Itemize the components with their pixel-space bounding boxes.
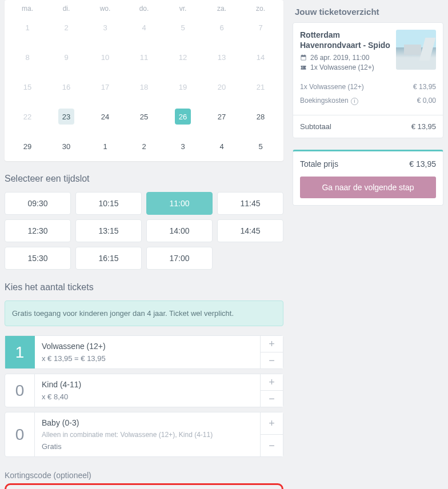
calendar-day[interactable]: 24 bbox=[86, 109, 125, 125]
calendar-day[interactable]: 29 bbox=[8, 138, 47, 154]
calendar-day: 4 bbox=[125, 19, 163, 35]
calendar-icon bbox=[300, 54, 307, 61]
calendar-day: 2 bbox=[47, 19, 86, 35]
calendar-day[interactable]: 26 bbox=[163, 109, 202, 125]
calendar: ma.di.wo.do.vr.za.zo. 123456789101112131… bbox=[5, 0, 283, 161]
summary-pax: 1x Volwassene (12+) bbox=[300, 63, 390, 71]
next-step-button[interactable]: Ga naar de volgende stap bbox=[300, 177, 436, 198]
calendar-day: 11 bbox=[125, 49, 163, 65]
calendar-day[interactable]: 5 bbox=[241, 138, 280, 154]
calendar-day[interactable]: 1 bbox=[86, 138, 125, 154]
ticket-increment-button[interactable]: + bbox=[260, 374, 283, 391]
calendar-day: 8 bbox=[8, 49, 47, 65]
calendar-day[interactable]: 2 bbox=[125, 138, 163, 154]
summary-line: Boekingskosteni€ 0,00 bbox=[300, 94, 436, 108]
coupon-label: Kortingscode (optioneel) bbox=[5, 471, 283, 480]
timeslot[interactable]: 14:00 bbox=[146, 219, 213, 242]
calendar-day: 1 bbox=[8, 19, 47, 35]
calendar-day: 6 bbox=[202, 19, 241, 35]
timeslot[interactable]: 17:00 bbox=[146, 247, 213, 270]
timeslot-heading: Selecteer een tijdslot bbox=[5, 174, 283, 184]
ticket-price: x € 8,40 bbox=[42, 392, 253, 401]
summary-image bbox=[396, 30, 436, 70]
calendar-day: 12 bbox=[163, 49, 202, 65]
ticket-row: 1Volwassene (12+)x € 13,95 = € 13,95+− bbox=[5, 335, 283, 369]
calendar-day[interactable]: 28 bbox=[241, 109, 280, 125]
calendar-day: 7 bbox=[241, 19, 280, 35]
ticket-decrement-button[interactable]: − bbox=[260, 435, 283, 456]
timeslot[interactable]: 13:15 bbox=[75, 219, 142, 242]
calendar-day: 14 bbox=[241, 49, 280, 65]
weekday-label: di. bbox=[47, 0, 86, 19]
tickets-heading: Kies het aantal tickets bbox=[5, 282, 283, 292]
summary-line: 1x Volwassene (12+)€ 13,95 bbox=[300, 80, 436, 94]
info-icon[interactable]: i bbox=[351, 98, 358, 105]
calendar-day: 13 bbox=[202, 49, 241, 65]
calendar-day[interactable]: 4 bbox=[202, 138, 241, 154]
ticket-qty: 1 bbox=[5, 336, 35, 368]
summary-date: 26 apr. 2019, 11:00 bbox=[300, 54, 390, 62]
summary-pricing: 1x Volwassene (12+)€ 13,95Boekingskosten… bbox=[293, 80, 443, 115]
calendar-day: 10 bbox=[86, 49, 125, 65]
calendar-day[interactable]: 30 bbox=[47, 138, 86, 154]
calendar-day: 15 bbox=[8, 79, 47, 95]
ticket-name: Kind (4-11) bbox=[42, 380, 253, 389]
timeslot[interactable]: 16:15 bbox=[75, 247, 142, 270]
summary-heading: Jouw ticketoverzicht bbox=[293, 0, 443, 22]
ticket-decrement-button[interactable]: − bbox=[260, 391, 283, 407]
weekday-label: do. bbox=[125, 0, 163, 19]
ticket-sub: Alleen in combinatie met: Volwassene (12… bbox=[42, 431, 253, 439]
ticket-increment-button[interactable]: + bbox=[260, 336, 283, 352]
calendar-day: 21 bbox=[241, 79, 280, 95]
coupon-highlight-box: + bbox=[5, 483, 283, 489]
ticket-increment-button[interactable]: + bbox=[260, 412, 283, 435]
ticket-list: 1Volwassene (12+)x € 13,95 = € 13,95+−0K… bbox=[5, 335, 283, 457]
weekday-label: wo. bbox=[86, 0, 125, 19]
timeslot[interactable]: 12:30 bbox=[5, 219, 71, 242]
calendar-day[interactable]: 23 bbox=[47, 109, 86, 125]
weekday-label: ma. bbox=[8, 0, 47, 19]
ticket-name: Volwassene (12+) bbox=[42, 342, 253, 351]
summary-subtotal: Subtotaal € 13,95 bbox=[293, 115, 443, 138]
summary-title: Rotterdam Havenrondvaart - Spido bbox=[300, 30, 390, 50]
weekday-label: zo. bbox=[241, 0, 280, 19]
timeslot[interactable]: 09:30 bbox=[5, 192, 71, 215]
calendar-day[interactable]: 3 bbox=[163, 138, 202, 154]
ticket-price: x € 13,95 = € 13,95 bbox=[42, 354, 253, 363]
calendar-day: 16 bbox=[47, 79, 86, 95]
ticket-qty: 0 bbox=[5, 374, 35, 407]
ticket-row: 0Kind (4-11)x € 8,40+− bbox=[5, 374, 283, 407]
calendar-day: 17 bbox=[86, 79, 125, 95]
calendar-day: 9 bbox=[47, 49, 86, 65]
calendar-weekdays: ma.di.wo.do.vr.za.zo. bbox=[8, 0, 280, 19]
calendar-day: 20 bbox=[202, 79, 241, 95]
timeslot[interactable]: 11:45 bbox=[217, 192, 283, 215]
weekday-label: vr. bbox=[163, 0, 202, 19]
total-row: Totale prijs € 13,95 bbox=[293, 151, 443, 177]
timeslot-grid: 09:3010:1511:0011:4512:3013:1514:0014:45… bbox=[5, 192, 283, 270]
ticket-name: Baby (0-3) bbox=[42, 418, 253, 427]
ticket-decrement-button[interactable]: − bbox=[260, 352, 283, 368]
calendar-days: 1234567891011121314151617181920212223242… bbox=[8, 19, 280, 154]
calendar-day: 19 bbox=[163, 79, 202, 95]
ticket-price: Gratis bbox=[42, 442, 253, 451]
calendar-day: 5 bbox=[163, 19, 202, 35]
info-banner: Gratis toegang voor kinderen jonger dan … bbox=[5, 300, 283, 326]
ticket-qty: 0 bbox=[5, 412, 35, 456]
calendar-day: 22 bbox=[8, 109, 47, 125]
total-card: Totale prijs € 13,95 Ga naar de volgende… bbox=[293, 150, 443, 206]
ticket-icon bbox=[300, 64, 307, 71]
calendar-day[interactable]: 25 bbox=[125, 109, 163, 125]
summary-card: Rotterdam Havenrondvaart - Spido 26 apr.… bbox=[293, 22, 443, 138]
calendar-day: 3 bbox=[86, 19, 125, 35]
ticket-row: 0Baby (0-3)Alleen in combinatie met: Vol… bbox=[5, 412, 283, 457]
calendar-day: 18 bbox=[125, 79, 163, 95]
timeslot[interactable]: 15:30 bbox=[5, 247, 71, 270]
timeslot[interactable]: 14:45 bbox=[217, 219, 283, 242]
calendar-day[interactable]: 27 bbox=[202, 109, 241, 125]
timeslot[interactable]: 11:00 bbox=[146, 192, 213, 215]
weekday-label: za. bbox=[202, 0, 241, 19]
timeslot[interactable]: 10:15 bbox=[75, 192, 142, 215]
